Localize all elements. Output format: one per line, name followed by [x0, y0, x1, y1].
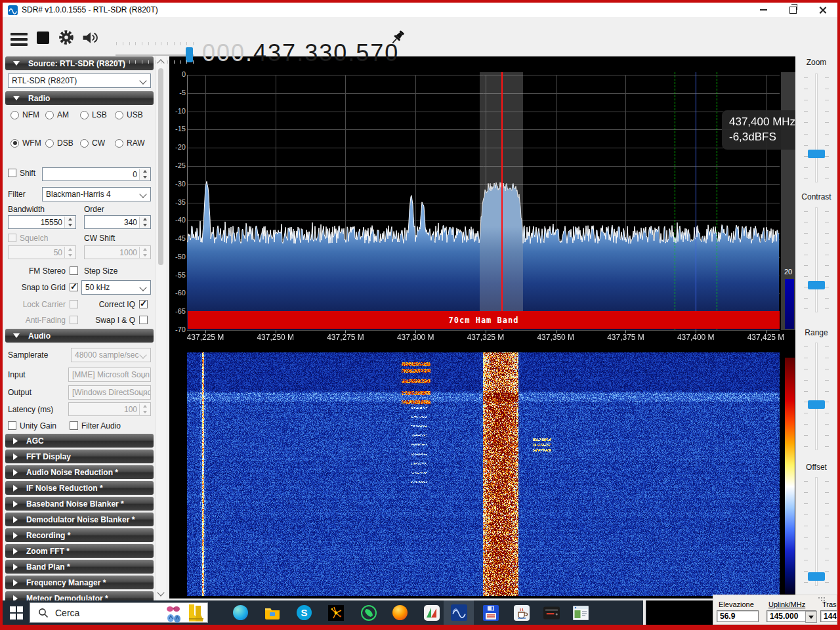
expand-icon [13, 453, 18, 460]
panel-header-meteor-demodulator[interactable]: Meteor Demodulator * [5, 591, 154, 600]
pin-button[interactable] [388, 29, 406, 49]
mode-radio-am[interactable]: AM [45, 110, 69, 119]
sidebar-scrollbar[interactable] [155, 56, 166, 600]
radio-button-icon [115, 111, 123, 119]
shift-checkbox[interactable] [8, 169, 16, 177]
squelch-checkbox [8, 234, 16, 242]
radio-button-icon [10, 111, 19, 119]
taskbar-firefox-icon[interactable] [392, 604, 408, 621]
taskbar-skype-icon[interactable]: S [296, 604, 312, 621]
window-titlebar[interactable]: SDR# v1.0.0.1555 - RTL-SDR (R820T) [3, 3, 837, 17]
taskbar-search-input[interactable]: Cerca [30, 602, 208, 623]
panel-header-demodulator-noise-blanker[interactable]: Demodulator Noise Blanker * [5, 513, 154, 526]
panel-header-audio-noise-reduction[interactable]: Audio Noise Reduction * [5, 465, 154, 479]
mode-radio-lsb[interactable]: LSB [80, 110, 107, 119]
stop-button[interactable] [37, 32, 49, 44]
panel-header-frequency-manager[interactable]: Frequency Manager * [5, 576, 154, 589]
flipflops-sunglasses-icon [165, 604, 185, 623]
source-device-select[interactable]: RTL-SDR (R820T) [8, 74, 151, 88]
slider-thumb-zoom[interactable] [808, 150, 825, 158]
elevation-field[interactable]: 56.9 [717, 610, 759, 622]
taskbar-floppy-app-icon[interactable] [482, 604, 499, 621]
panel-header-fft-display[interactable]: FFT Display [5, 450, 154, 463]
slider-label-zoom: Zoom [795, 58, 837, 67]
uplink-combo-arrow[interactable] [805, 611, 817, 623]
slider-track-contrast[interactable] [815, 207, 818, 312]
band-plan-strip[interactable]: 70cm Ham Band [188, 311, 780, 329]
mode-radio-usb[interactable]: USB [115, 110, 143, 119]
waterfall-display[interactable] [187, 352, 780, 596]
taskbar-java-icon[interactable] [513, 604, 530, 621]
audio-button[interactable] [81, 30, 99, 49]
panel-header-radio[interactable]: Radio [5, 91, 154, 105]
scrollbar-thumb[interactable] [158, 68, 163, 265]
chevron-down-icon [139, 284, 146, 291]
shift-label: Shift [20, 169, 35, 178]
transmit-label: Trasm [822, 600, 837, 608]
swap-iq-checkbox[interactable] [139, 316, 148, 324]
taskbar-media-app-icon[interactable] [423, 604, 440, 621]
pin-icon [388, 29, 406, 47]
restore-button[interactable] [778, 3, 808, 17]
slider-thumb-range[interactable] [808, 400, 825, 409]
shift-input[interactable]: 0 [42, 167, 151, 181]
resize-grip-icon [818, 597, 820, 598]
order-label: Order [84, 205, 104, 214]
close-button[interactable] [808, 3, 837, 17]
transmit-field[interactable]: 144 [820, 610, 837, 622]
menu-button[interactable] [10, 30, 28, 49]
panel-header-baseband-noise-blanker[interactable]: Baseband Noise Blanker * [5, 497, 154, 511]
mode-radio-wfm[interactable]: WFM [10, 138, 41, 148]
taskbar-sdrsharp-icon[interactable] [451, 604, 467, 621]
slider-thumb-contrast[interactable] [808, 281, 825, 289]
mode-radio-raw[interactable]: RAW [115, 138, 145, 148]
panel-header-recording[interactable]: Recording * [5, 528, 154, 542]
mode-radio-cw[interactable]: CW [80, 138, 105, 148]
panel-header-zoom-fft[interactable]: Zoom FFT * [5, 544, 154, 558]
taskbar-file-explorer-icon[interactable] [264, 604, 280, 621]
squelch-input: 50 [8, 245, 76, 259]
scroll-down-icon[interactable] [157, 589, 164, 596]
bandwidth-input[interactable]: 15550 [8, 215, 76, 229]
tooltip-level: -6,3dBFS [729, 130, 795, 145]
panel-header-band-plan[interactable]: Band Plan * [5, 560, 154, 574]
spinner[interactable] [139, 169, 150, 180]
filter-audio-checkbox[interactable] [70, 421, 78, 430]
order-input[interactable]: 340 [84, 215, 151, 229]
correct-iq-checkbox[interactable] [139, 300, 148, 308]
filter-select[interactable]: Blackman-Harris 4 [42, 187, 151, 201]
tuned-frequency-line[interactable] [501, 72, 503, 330]
slider-track-zoom[interactable] [815, 74, 818, 182]
taskbar-window-app-icon[interactable] [572, 604, 589, 621]
snap-to-grid-checkbox[interactable] [70, 283, 78, 291]
audio-output-label: Output [8, 388, 32, 397]
slider-track-offset[interactable] [815, 477, 818, 586]
slider-track-range[interactable] [815, 343, 818, 450]
fm-stereo-checkbox[interactable] [70, 266, 78, 275]
taskbar-edge-icon[interactable] [232, 604, 249, 621]
control-panel-sidebar: Source: RTL-SDR (R820T) RTL-SDR (R820T) … [5, 56, 154, 600]
panel-header-agc[interactable]: AGC [5, 434, 154, 448]
samplerate-select: 48000 sample/sec [71, 348, 151, 362]
frequency-display[interactable]: 000.437.330.570 [202, 39, 399, 67]
satellite-tracking-window[interactable]: Elevazione 56.9 Uplink/MHz 145.000 Trasm… [713, 595, 837, 625]
main-toolbar: 000.437.330.570 [3, 17, 837, 56]
panel-header-audio[interactable]: Audio [5, 329, 154, 343]
cw-shift-label: CW Shift [84, 234, 115, 243]
mode-radio-dsb[interactable]: DSB [45, 138, 74, 148]
slider-thumb-offset[interactable] [808, 572, 825, 581]
panel-header-if-noise-reduction[interactable]: IF Noise Reduction * [5, 481, 154, 495]
settings-button[interactable] [58, 29, 75, 49]
taskbar-fireworks-app-icon[interactable] [327, 604, 344, 621]
mode-radio-nfm[interactable]: NFM [10, 110, 39, 119]
taskbar-whatsapp-icon[interactable] [360, 604, 377, 621]
minimize-button[interactable] [749, 3, 778, 17]
start-button[interactable] [8, 604, 24, 621]
spinner[interactable] [139, 217, 150, 228]
spinner[interactable] [64, 217, 75, 228]
unity-gain-checkbox[interactable] [8, 421, 16, 430]
step-size-select[interactable]: 50 kHz [81, 280, 151, 295]
volume-slider[interactable] [116, 54, 194, 56]
taskbar-cassette-app-icon[interactable] [543, 604, 560, 621]
cursor-frequency-line [696, 72, 696, 330]
